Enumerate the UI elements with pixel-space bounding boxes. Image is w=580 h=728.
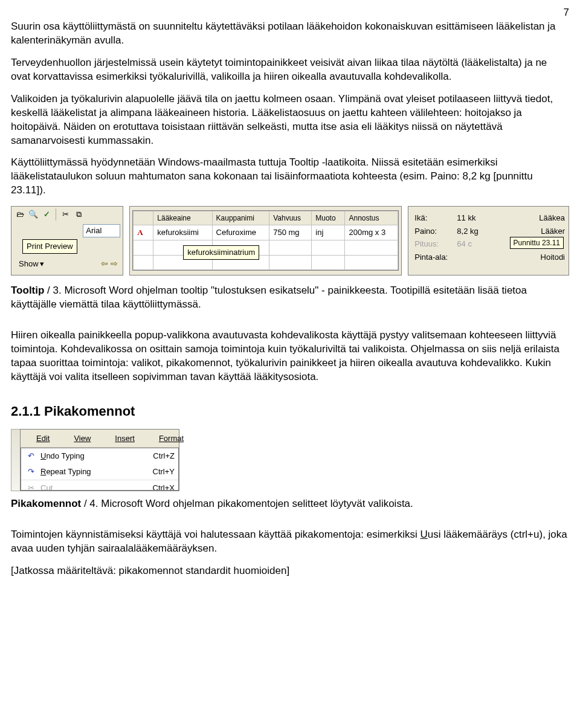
col-annostus[interactable]: Annostus	[345, 211, 398, 225]
paino-tooltip: Punnittu 23.11	[510, 237, 564, 249]
figure-caption: Pikakomennot / 4. Microsoft Word ohjelma…	[11, 497, 569, 511]
cut-icon[interactable]: ✂	[59, 208, 71, 221]
cell-vahvuus: 750 mg	[269, 225, 312, 240]
menu-insert[interactable]: Insert	[103, 432, 147, 445]
open-icon[interactable]: 🗁	[14, 208, 26, 221]
menu-format[interactable]: Format	[147, 432, 196, 445]
medication-table-panel: Lääkeaine Kauppanimi Vahvuus Muoto Annos…	[129, 206, 402, 275]
cell-muoto: inj	[312, 225, 345, 240]
menu-figure: Edit View Insert Format ↶ Undo Typing Ct…	[11, 429, 569, 492]
font-select[interactable]: Arial	[83, 224, 120, 237]
menuitem-label: Repeat Typing	[40, 466, 138, 477]
paragraph: Hiiren oikealla painikkeella popup-valik…	[11, 329, 569, 384]
table-row	[134, 255, 398, 270]
col-laakeaine[interactable]: Lääkeaine	[153, 211, 212, 225]
print-preview-icon[interactable]: 🔍	[27, 208, 39, 221]
arrow-right-icon[interactable]: ⇨	[111, 259, 118, 268]
paragraph: [Jatkossa määriteltävä: pikakomennot sta…	[11, 564, 569, 578]
show-label: Show	[19, 259, 39, 269]
paragraph: Käyttöliittymässä hyödynnetään Windows-m…	[11, 156, 569, 198]
figure-row: 🗁 🔍 ✓ ✂ ⧉ Arial Print Preview Show ▾ ⇦ ⇨	[11, 206, 569, 275]
paragraph: Terveydenhuollon järjestelmissä usein kä…	[11, 56, 569, 84]
shortcut: Ctrl+X	[138, 483, 175, 490]
menuitem-undo[interactable]: ↶ Undo Typing Ctrl+Z	[21, 448, 178, 464]
menu-edit[interactable]: Edit	[24, 432, 62, 445]
caption-bold: Tooltip	[11, 285, 44, 296]
print-preview-tooltip: Print Preview	[22, 239, 77, 254]
show-button[interactable]: Show ▾	[16, 257, 47, 271]
value-pintaala	[457, 252, 505, 263]
edit-menu-panel: Edit View Insert Format ↶ Undo Typing Ct…	[20, 429, 179, 492]
cell-laakeaine: kefuroksiimi	[153, 225, 212, 240]
medication-table: Lääkeaine Kauppanimi Vahvuus Muoto Annos…	[133, 211, 398, 270]
figure-caption: Tooltip / 3. Microsoft Word ohjelman too…	[11, 284, 569, 312]
cell-kauppanimi: Cefuroxime	[212, 225, 269, 240]
menuitem-repeat[interactable]: ↷ Repeat Typing Ctrl+Y	[21, 464, 178, 480]
undo-icon: ↶	[25, 450, 37, 462]
label-pituus: Pituus:	[414, 239, 457, 250]
table-row	[134, 240, 398, 255]
menuitem-label: Undo Typing	[40, 451, 138, 462]
value-paino: 8,2 kg	[457, 226, 505, 237]
menubar: Edit View Insert Format	[21, 430, 179, 448]
spellcheck-icon[interactable]: ✓	[40, 208, 53, 221]
col-muoto[interactable]: Muoto	[312, 211, 345, 225]
col-kauppanimi[interactable]: Kauppanimi	[212, 211, 269, 225]
caption-text: / 4. Microsoft Word ohjelman pikakomento…	[81, 498, 413, 509]
chevron-down-icon: ▾	[40, 259, 44, 269]
table-row[interactable]: A kefuroksiimi Cefuroxime 750 mg inj 200…	[134, 225, 398, 240]
col-marker	[134, 211, 153, 225]
label-right-4: Hoitodi	[505, 252, 569, 263]
label-pintaala: Pinta-ala:	[414, 252, 457, 263]
menuitem-label: Cut	[40, 483, 138, 490]
copy-icon[interactable]: ⧉	[72, 208, 85, 221]
row-marker: A	[137, 228, 143, 237]
label-paino: Paino:	[414, 226, 457, 237]
label-ika: Ikä:	[414, 213, 457, 224]
label-right-1: Lääkea	[505, 213, 569, 224]
patient-info-panel: Ikä: 11 kk Lääkea Paino: 8,2 kg Lääker P…	[408, 206, 569, 275]
menuitem-cut[interactable]: ✂ Cut Ctrl+X	[21, 480, 178, 490]
paragraph: Toimintojen käynnistämiseksi käyttäjä vo…	[11, 528, 569, 556]
shortcut: Ctrl+Y	[138, 466, 175, 477]
paragraph: Suurin osa käyttöliittymästä on suunnite…	[11, 20, 569, 48]
shortcut: Ctrl+Z	[138, 451, 175, 462]
menu-view[interactable]: View	[62, 432, 103, 445]
cell-annostus: 200mg x 3	[345, 225, 398, 240]
paragraph: Valikoiden ja työkalurivin alapuolelle j…	[11, 92, 569, 148]
col-vahvuus[interactable]: Vahvuus	[269, 211, 312, 225]
caption-bold: Pikakomennot	[11, 498, 81, 509]
cut-icon: ✂	[25, 482, 37, 490]
page-number: 7	[11, 6, 569, 20]
divider-icon	[56, 208, 56, 221]
value-ika: 11 kk	[457, 213, 505, 224]
caption-text: / 3. Microsoft Word ohjelman tooltip "tu…	[11, 285, 527, 310]
arrow-left-icon[interactable]: ⇦	[101, 259, 108, 268]
repeat-icon: ↷	[25, 466, 37, 478]
value-pituus: 64 c	[457, 239, 505, 250]
word-toolbar-panel: 🗁 🔍 ✓ ✂ ⧉ Arial Print Preview Show ▾ ⇦ ⇨	[11, 206, 123, 275]
window-strip	[11, 429, 20, 492]
cell-tooltip: kefuroksiiminatrium	[183, 245, 259, 260]
label-right-2: Lääker	[505, 226, 569, 237]
section-heading: 2.1.1 Pikakomennot	[11, 402, 569, 420]
